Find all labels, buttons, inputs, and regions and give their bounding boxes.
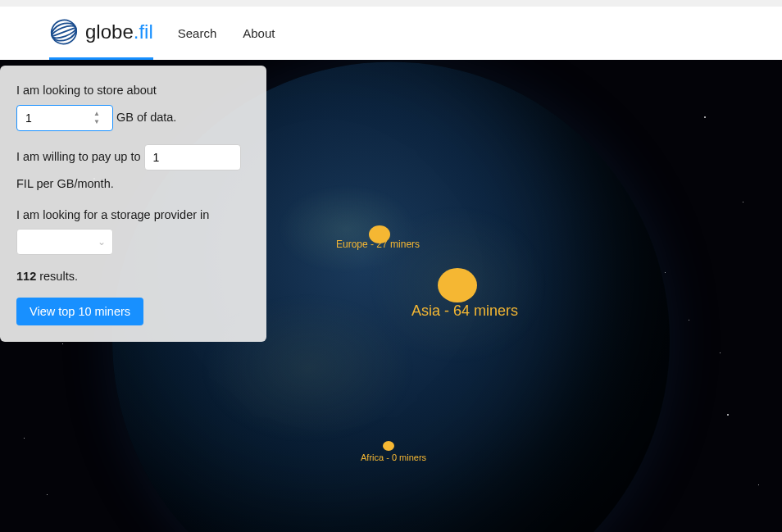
pay-row: I am willing to pay up to FIL per GB/mon… — [16, 144, 250, 193]
chevron-down-icon: ⌄ — [98, 234, 106, 249]
provider-label: I am looking for a storage provider in — [16, 207, 250, 225]
marker-asia[interactable] — [438, 268, 477, 302]
pay-prefix: I am willing to pay up to — [16, 150, 144, 163]
provider-select[interactable]: ⌄ — [16, 229, 113, 255]
store-row: I am looking to store about ▲ ▼ GB of da… — [16, 82, 250, 131]
nav: Search About — [178, 26, 275, 40]
header: globe.fil Search About — [0, 0, 782, 60]
store-suffix: GB of data. — [113, 111, 176, 124]
marker-label-asia: Asia - 64 miners — [411, 302, 518, 320]
search-panel: I am looking to store about ▲ ▼ GB of da… — [0, 66, 266, 342]
results-line: 112 results. — [16, 268, 250, 286]
marker-label-europe: Europe - 27 miners — [336, 239, 420, 250]
logo[interactable]: globe.fil — [49, 7, 153, 60]
nav-search[interactable]: Search — [178, 26, 217, 40]
marker-africa[interactable] — [383, 441, 394, 451]
pay-amount-input-wrap — [144, 144, 241, 171]
store-increment[interactable]: ▲ — [91, 110, 102, 118]
store-label: I am looking to store about — [16, 82, 250, 100]
view-miners-button[interactable]: View top 10 miners — [16, 298, 143, 325]
store-decrement[interactable]: ▼ — [91, 118, 102, 126]
globe-logo-icon — [49, 17, 79, 47]
store-amount-input-wrap: ▲ ▼ — [16, 105, 113, 131]
results-count: 112 — [16, 270, 36, 283]
provider-row: I am looking for a storage provider in ⌄ — [16, 207, 250, 256]
pay-suffix: FIL per GB/month. — [16, 175, 250, 193]
marker-label-africa: Africa - 0 miners — [361, 452, 426, 462]
pay-amount-input[interactable] — [153, 151, 219, 164]
logo-text: globe.fil — [85, 20, 153, 43]
store-amount-input[interactable] — [25, 111, 91, 125]
nav-about[interactable]: About — [243, 26, 275, 40]
store-spinner: ▲ ▼ — [91, 110, 102, 126]
results-suffix: results. — [36, 270, 78, 283]
